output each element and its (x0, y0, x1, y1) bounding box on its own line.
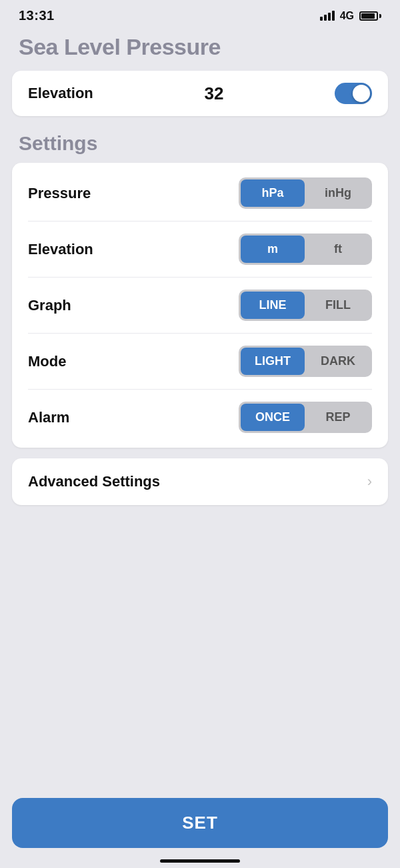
battery-icon (359, 11, 381, 21)
set-button[interactable]: SET (12, 798, 388, 848)
elevation-card-value: 32 (204, 83, 223, 104)
chevron-right-icon: › (367, 473, 372, 490)
status-icons: 4G (320, 10, 381, 22)
elevation-row: Elevation m ft (28, 222, 372, 278)
advanced-settings-row[interactable]: Advanced Settings › (28, 458, 372, 505)
alarm-option-once[interactable]: ONCE (241, 404, 305, 431)
elevation-label: Elevation (28, 241, 93, 258)
pressure-segmented-control[interactable]: hPa inHg (239, 177, 372, 209)
graph-option-fill[interactable]: FILL (306, 292, 370, 319)
graph-segmented-control[interactable]: LINE FILL (239, 290, 372, 321)
elevation-card: Elevation 32 (12, 71, 388, 116)
mode-label: Mode (28, 353, 66, 370)
settings-card: Pressure hPa inHg Elevation m ft Graph L… (12, 163, 388, 448)
page-title: Sea Level Pressure (0, 29, 400, 71)
home-indicator (160, 859, 240, 863)
signal-bars-icon (320, 11, 335, 21)
pressure-label: Pressure (28, 185, 91, 202)
settings-section-title: Settings (0, 132, 400, 163)
network-type: 4G (340, 10, 354, 22)
advanced-settings-label: Advanced Settings (28, 473, 160, 490)
toggle-knob (353, 85, 370, 102)
elevation-option-m[interactable]: m (241, 236, 305, 263)
set-button-container: SET (12, 798, 388, 848)
alarm-row: Alarm ONCE REP (28, 390, 372, 445)
graph-row: Graph LINE FILL (28, 278, 372, 334)
mode-option-dark[interactable]: DARK (306, 348, 370, 375)
graph-option-line[interactable]: LINE (241, 292, 305, 319)
status-bar: 13:31 4G (0, 0, 400, 29)
pressure-option-inhg[interactable]: inHg (306, 179, 370, 207)
advanced-settings-card[interactable]: Advanced Settings › (12, 458, 388, 505)
graph-label: Graph (28, 297, 71, 314)
mode-row: Mode LIGHT DARK (28, 334, 372, 390)
elevation-segmented-control[interactable]: m ft (239, 234, 372, 265)
alarm-label: Alarm (28, 409, 69, 426)
status-time: 13:31 (19, 8, 55, 23)
elevation-toggle[interactable] (335, 83, 372, 104)
pressure-row: Pressure hPa inHg (28, 165, 372, 222)
elevation-option-ft[interactable]: ft (306, 236, 370, 263)
elevation-card-label: Elevation (28, 85, 93, 102)
mode-option-light[interactable]: LIGHT (241, 348, 305, 375)
alarm-option-rep[interactable]: REP (306, 404, 370, 431)
alarm-segmented-control[interactable]: ONCE REP (239, 402, 372, 433)
mode-segmented-control[interactable]: LIGHT DARK (239, 346, 372, 377)
pressure-option-hpa[interactable]: hPa (241, 179, 305, 207)
